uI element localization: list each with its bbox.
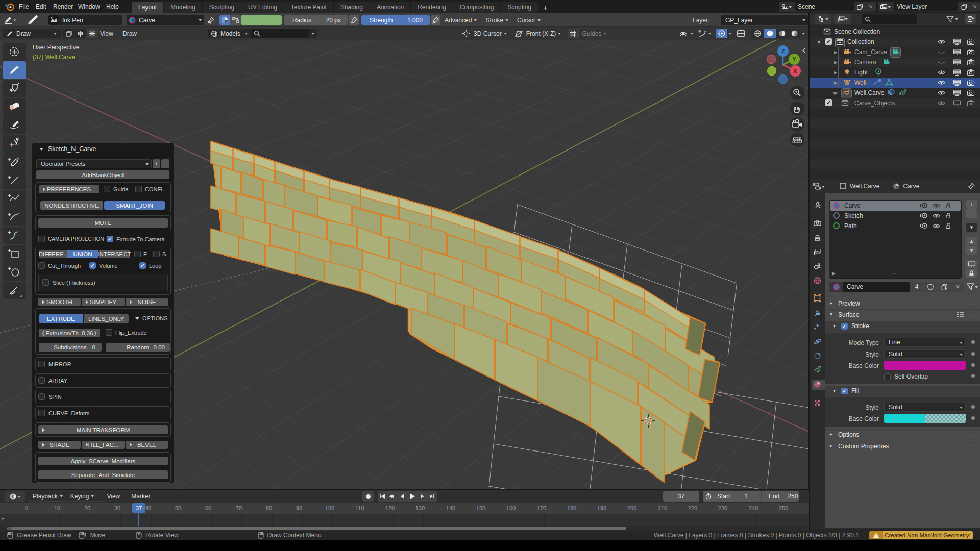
- svg-text:Y: Y: [792, 56, 796, 62]
- svg-text:Z: Z: [781, 48, 785, 54]
- svg-text:X: X: [793, 68, 797, 74]
